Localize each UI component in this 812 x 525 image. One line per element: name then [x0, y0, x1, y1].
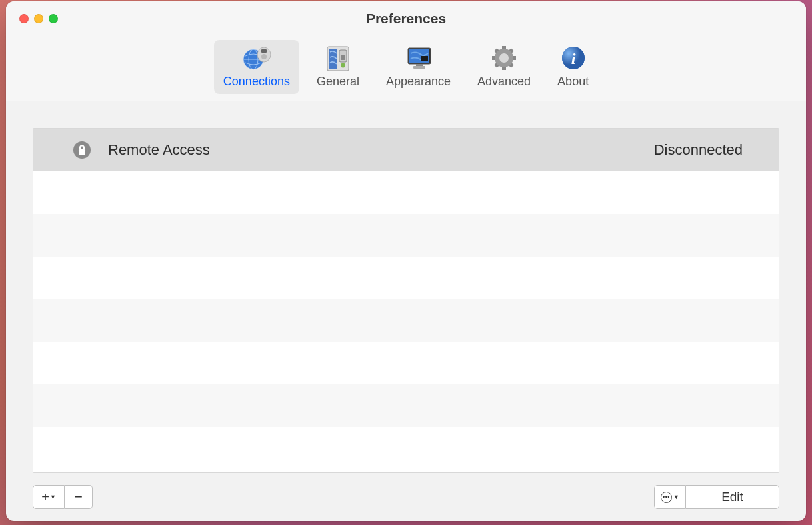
- chevron-down-icon: ▼: [673, 494, 679, 500]
- preferences-toolbar: Connections General: [6, 36, 806, 101]
- table-row: [33, 257, 779, 299]
- preferences-window: Preferences Connections: [6, 1, 806, 521]
- svg-rect-10: [341, 55, 345, 60]
- table-row: [33, 384, 779, 427]
- remove-connection-button[interactable]: −: [65, 485, 93, 509]
- svg-rect-5: [261, 49, 267, 53]
- table-row: [33, 171, 779, 214]
- connection-status: Disconnected: [654, 141, 767, 159]
- tab-appearance[interactable]: Appearance: [377, 40, 460, 94]
- empty-rows: [33, 171, 779, 472]
- edit-label: Edit: [721, 490, 743, 504]
- svg-text:i: i: [571, 50, 575, 67]
- tab-label: Appearance: [386, 75, 451, 89]
- tab-label: About: [557, 75, 589, 89]
- plus-icon: +: [41, 490, 49, 504]
- svg-point-18: [499, 53, 509, 63]
- tab-advanced[interactable]: Advanced: [468, 40, 540, 94]
- table-row: [33, 299, 779, 342]
- traffic-lights: [6, 14, 58, 23]
- window-minimize-button[interactable]: [34, 14, 43, 23]
- display-icon: [404, 44, 433, 72]
- globe-network-icon: [242, 44, 271, 72]
- window-close-button[interactable]: [19, 14, 29, 23]
- svg-rect-16: [413, 66, 425, 69]
- tab-label: General: [317, 75, 359, 89]
- table-row: [33, 214, 779, 257]
- tab-label: Advanced: [477, 75, 531, 89]
- tab-connections[interactable]: Connections: [214, 40, 299, 94]
- switch-panel-icon: [323, 44, 353, 72]
- svg-point-11: [341, 63, 345, 68]
- add-remove-group: + ▼ −: [33, 485, 93, 509]
- tab-general[interactable]: General: [307, 40, 369, 94]
- svg-rect-14: [421, 56, 428, 61]
- window-maximize-button[interactable]: [49, 14, 58, 23]
- svg-rect-22: [79, 149, 85, 155]
- tab-label: Connections: [223, 75, 290, 89]
- footer-toolbar: + ▼ − ••• ▼ Edit: [6, 473, 806, 521]
- connections-table: Remote Access Disconnected: [33, 128, 779, 473]
- gear-icon: [489, 44, 519, 72]
- connection-name: Remote Access: [108, 141, 642, 159]
- action-edit-group: ••• ▼ Edit: [654, 485, 779, 509]
- chevron-down-icon: ▼: [50, 494, 56, 500]
- svg-rect-15: [416, 64, 423, 66]
- add-connection-button[interactable]: + ▼: [33, 485, 65, 509]
- window-title: Preferences: [366, 11, 446, 27]
- info-icon: i: [559, 44, 588, 72]
- connection-row[interactable]: Remote Access Disconnected: [33, 129, 779, 171]
- content-area: Remote Access Disconnected: [6, 101, 806, 473]
- edit-button[interactable]: Edit: [686, 485, 779, 509]
- svg-point-6: [261, 54, 267, 59]
- ellipsis-icon: •••: [661, 492, 672, 503]
- action-menu-button[interactable]: ••• ▼: [654, 485, 686, 509]
- lock-icon: [73, 141, 91, 159]
- minus-icon: −: [74, 490, 83, 504]
- tab-about[interactable]: i About: [548, 40, 598, 94]
- titlebar: Preferences: [6, 1, 806, 36]
- table-row: [33, 342, 779, 384]
